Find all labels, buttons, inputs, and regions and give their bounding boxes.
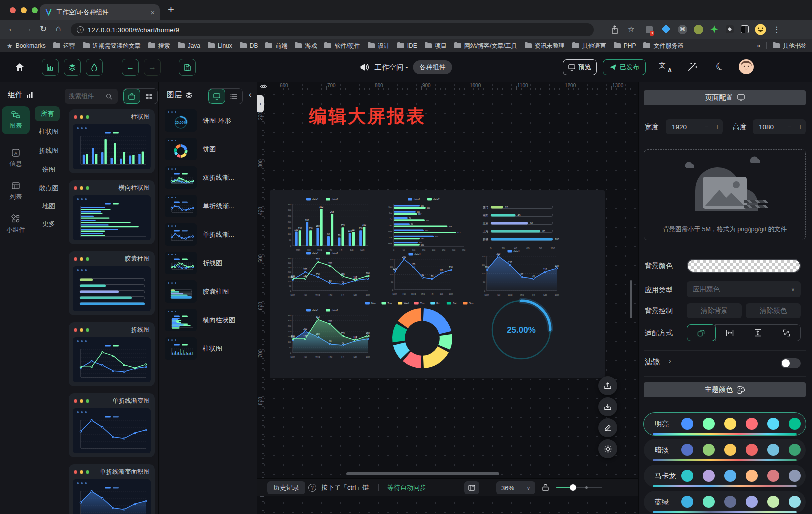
toggle-thumbnail-view[interactable] [208,89,226,104]
dashboard-board[interactable]: data1data2050100150200250300350MonTueWed… [270,190,605,378]
panel-collapse-handle[interactable]: ‹ [258,95,264,112]
theme-color-dot[interactable] [724,418,736,430]
help-icon[interactable]: ? [308,484,316,492]
fit-stretch-button[interactable] [772,324,801,341]
canvas-chart-bar[interactable]: data1data2050100150200250300350MonTueWed… [281,196,371,252]
undo-button[interactable]: ← [122,59,139,76]
decrement-button[interactable]: − [784,123,795,131]
theme-color-dot[interactable] [724,470,736,482]
history-button[interactable]: 历史记录 [268,481,306,494]
share-icon[interactable] [611,25,619,34]
collapse-panel-icon[interactable]: ‹ [249,90,252,99]
dark-extension-icon[interactable] [726,25,734,33]
bookmark-star-icon[interactable]: ☆ [628,25,634,34]
profile-avatar[interactable] [755,24,766,35]
component-card-single-area[interactable]: 单折线渐变面积图 [69,464,155,514]
canvas-chart-hbar[interactable]: data1data2130160Sun110117Sat70155Fri8026… [383,196,472,252]
category-item[interactable]: 柱状图 [33,127,65,136]
theme-color-dot[interactable] [703,444,715,456]
theme-color-dot[interactable] [682,470,694,482]
language-button[interactable]: 文A [659,61,672,73]
export-button[interactable] [598,376,618,395]
sidebar-item-info[interactable]: A 信息 [2,144,30,172]
olive-extension-icon[interactable] [694,25,704,34]
canvas-chart-pie[interactable]: MonTueWedThuFriSatSun [372,300,473,370]
bookmark-item[interactable]: 文件服务器 [644,42,684,50]
home-icon[interactable]: ⌂ [56,24,61,34]
theme-color-dot[interactable] [746,444,758,456]
toggle-components-view[interactable] [124,89,140,104]
bookmark-item[interactable]: 资讯未整理 [525,42,565,50]
window-zoom-button[interactable] [32,7,38,13]
new-tab-button[interactable]: + [168,3,174,16]
theme-color-dot[interactable] [724,444,736,456]
layer-item[interactable]: 折线图 [165,252,254,274]
category-item[interactable]: 饼图 [33,165,65,174]
clear-color-button[interactable]: 清除颜色 [746,303,801,318]
layout-panel-button[interactable] [464,481,480,494]
theme-color-dot[interactable] [746,418,758,430]
address-bar[interactable]: i 127.0.0.1:3000/#/chart/home/9 [71,23,594,36]
user-avatar[interactable] [739,59,754,74]
theme-color-dot[interactable] [724,496,736,508]
theme-color-dot[interactable] [789,418,801,430]
horizontal-scrollbar[interactable] [346,472,500,475]
layer-item[interactable]: 单折线渐... [165,195,254,217]
bookmarks-folder[interactable]: ★Bookmarks [7,42,46,50]
redo-button[interactable]: → [144,59,161,76]
sidebar-item-charts[interactable]: 图表 [2,106,30,134]
app-type-select[interactable]: 应用颜色∨ [687,281,801,297]
theme-color-dot[interactable] [682,496,694,508]
theme-color-dot[interactable] [789,444,801,456]
fit-scale-button[interactable] [687,324,716,341]
layer-item[interactable]: 单折线渐... [165,223,254,246]
page-config-header[interactable]: 页面配置 [644,90,806,105]
layer-item[interactable]: 横向柱状图 [165,309,254,331]
canvas-chart-single-line[interactable]: data1050100150200MonTueWedThuFriSatSun12… [383,251,454,296]
chart-mode-button[interactable] [42,59,59,76]
layer-item[interactable]: 柱状图 [165,337,254,360]
category-item[interactable]: 散点图 [33,184,65,193]
decrement-button[interactable]: − [701,123,712,131]
bookmark-item[interactable]: 设计 [368,42,390,50]
theme-row-bright[interactable]: 明亮 [644,413,806,435]
theme-row-dim[interactable]: 暗淡 [644,439,806,461]
site-info-icon[interactable]: i [77,26,84,33]
canvas-chart-capsule[interactable]: 厦门20南阳40北京60上海80新疆100020406080100 [477,199,562,251]
canvas-chart-dual-area[interactable]: data1data2050100150200250300350MonTueWed… [281,307,371,359]
save-button[interactable] [179,59,196,76]
workspace-badge[interactable]: 各种组件 [413,60,452,74]
bookmark-item[interactable]: 游戏 [295,42,317,50]
category-all[interactable]: 所有 [35,106,60,121]
import-button[interactable] [598,397,618,416]
theme-color-dot[interactable] [768,418,780,430]
magic-wand-icon[interactable] [687,61,698,72]
browser-menu-icon[interactable]: ⋮ [773,25,781,34]
fit-height-button[interactable] [744,324,773,341]
theme-color-dot[interactable] [768,470,780,482]
search-input[interactable] [69,93,104,100]
toggle-list-view[interactable] [226,89,242,104]
component-card-line[interactable]: 折线图 [69,322,155,386]
fit-width-button[interactable] [716,324,744,341]
zoom-slider[interactable] [556,487,602,488]
publish-button[interactable]: 已发布 [603,59,646,75]
bookmark-item[interactable]: 软件/硬件 [324,42,360,50]
theme-color-dot[interactable] [746,496,758,508]
tab-close-icon[interactable]: × [150,8,155,17]
bookmark-item[interactable]: 前端 [266,42,288,50]
theme-color-dot[interactable] [768,444,780,456]
lock-icon[interactable] [542,484,549,491]
bookmark-item[interactable]: 项目 [425,42,447,50]
window-minimize-button[interactable] [21,7,27,13]
sidebar-item-list[interactable]: 列表 [2,177,30,205]
bookmark-item[interactable]: 近期需要读的文章 [83,42,141,50]
theme-mode-button[interactable] [86,59,103,76]
bookmark-item[interactable]: IDE [398,42,418,49]
slider-knob[interactable] [570,484,576,491]
bookmark-item[interactable]: PHP [614,42,636,49]
height-stepper[interactable]: 1080 − + [753,119,806,134]
theme-color-dot[interactable] [789,496,801,508]
forward-icon[interactable]: → [24,24,32,34]
preview-button[interactable]: 预览 [563,59,597,75]
